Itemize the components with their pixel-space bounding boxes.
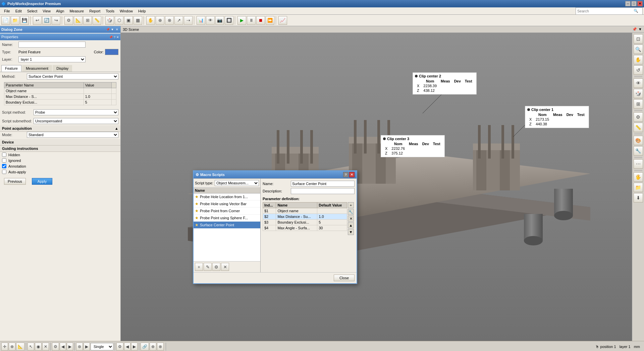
- rt-measure-btn[interactable]: 📏: [634, 123, 643, 132]
- bt-arrow-left-btn[interactable]: ◀: [124, 343, 130, 351]
- param-wrench-btn[interactable]: 🔧: [348, 209, 354, 215]
- rt-download-btn[interactable]: ⬇: [634, 193, 643, 202]
- script-item-surface-center[interactable]: ★ Surface Center Point: [194, 222, 260, 229]
- tb-arrow-button[interactable]: ↗: [174, 16, 183, 25]
- annotation-checkbox[interactable]: [2, 164, 6, 168]
- script-item-probe-hole-loc[interactable]: ★ Probe Hole Location from 1...: [194, 193, 260, 200]
- tb-play-button[interactable]: ▶: [237, 16, 246, 25]
- script-item-probe-point-sphere[interactable]: ★ Probe Point using Sphere F...: [194, 215, 260, 222]
- menu-help[interactable]: Help: [136, 8, 149, 14]
- menu-report[interactable]: Report: [87, 8, 103, 14]
- rt-filter-btn[interactable]: 🔧: [634, 146, 643, 156]
- tb-measure3-button[interactable]: 📊: [197, 16, 205, 25]
- menu-align[interactable]: Align: [53, 8, 67, 14]
- tb-pause-button[interactable]: ⏸: [247, 16, 256, 25]
- previous-button[interactable]: Previous: [4, 178, 26, 185]
- rt-3d-btn[interactable]: 🎲: [634, 89, 643, 98]
- tab-display[interactable]: Display: [53, 65, 72, 72]
- bt-probe2-btn[interactable]: ⊗: [157, 343, 164, 351]
- dz-close-btn[interactable]: ✕: [115, 28, 119, 31]
- param-add-btn[interactable]: +: [348, 202, 354, 208]
- script-config-btn[interactable]: ⚙: [212, 263, 220, 271]
- bt-play-btn[interactable]: ▶: [84, 343, 90, 351]
- bt-probe-btn[interactable]: ⊛: [76, 343, 83, 351]
- param-scrollbar[interactable]: [112, 82, 116, 88]
- bt-measure-btn[interactable]: 📐: [16, 343, 24, 351]
- bt-laser-btn[interactable]: ◉: [35, 343, 42, 351]
- name-input[interactable]: [18, 42, 86, 48]
- menu-window[interactable]: Window: [117, 8, 136, 14]
- tb-surface-button[interactable]: ▦: [133, 16, 142, 25]
- ignored-checkbox[interactable]: [2, 158, 6, 163]
- tb-camera-button[interactable]: 📷: [215, 16, 224, 25]
- search-input[interactable]: [576, 8, 633, 14]
- script-submethod-select[interactable]: Uncompensated: [34, 118, 118, 124]
- tb-scan-button[interactable]: 🔲: [225, 16, 233, 25]
- tb-view-button[interactable]: 👁: [206, 16, 215, 25]
- apply-button[interactable]: Apply: [32, 178, 53, 185]
- bt-mode-select[interactable]: Single Multiple Auto: [91, 343, 113, 350]
- bt-right-btn[interactable]: ▶: [67, 343, 73, 351]
- rt-more-btn[interactable]: ⋯: [634, 159, 643, 169]
- scene-pin-icon[interactable]: 📌: [632, 27, 637, 32]
- rt-hand-btn[interactable]: 🖐: [634, 172, 643, 182]
- bt-config-btn[interactable]: ⚙: [52, 343, 59, 351]
- bt-left-btn[interactable]: ◀: [60, 343, 66, 351]
- rt-grid-btn[interactable]: ⊞: [634, 99, 643, 109]
- tb-redo-button[interactable]: ↪: [52, 16, 60, 25]
- macro-desc-input[interactable]: [291, 188, 355, 194]
- tb-new-button[interactable]: 📄: [1, 16, 10, 25]
- tb-probe1-button[interactable]: ⊕: [156, 16, 164, 25]
- tb-arrow2-button[interactable]: ⇢: [184, 16, 193, 25]
- tb-stop-button[interactable]: ⏹: [256, 16, 265, 25]
- rt-view-btn[interactable]: 👁: [634, 78, 643, 88]
- macro-close-btn[interactable]: ✕: [349, 172, 355, 177]
- tb-save-button[interactable]: 💾: [20, 16, 29, 25]
- bt-target2-btn[interactable]: ⊕: [150, 343, 156, 351]
- menu-edit[interactable]: Edit: [13, 8, 24, 14]
- rt-zoom-in-btn[interactable]: 🔍: [634, 45, 643, 54]
- tab-measurement[interactable]: Measurement: [22, 65, 52, 72]
- mode-select[interactable]: Standard: [27, 132, 118, 138]
- script-edit-btn[interactable]: ✎: [204, 263, 212, 271]
- tab-feature[interactable]: Feature: [1, 65, 21, 72]
- rt-color-btn[interactable]: 🎨: [634, 136, 643, 145]
- maximize-button[interactable]: □: [631, 1, 637, 6]
- guiding-section[interactable]: Guiding instructions: [0, 145, 120, 152]
- param-down-btn[interactable]: ▼: [348, 229, 354, 235]
- color-swatch[interactable]: [105, 49, 118, 55]
- layer-select[interactable]: layer 1: [18, 56, 86, 62]
- props-close-btn[interactable]: ✕: [116, 36, 119, 39]
- menu-measure[interactable]: Measure: [67, 8, 87, 14]
- dz-arrow-btn[interactable]: ▼: [110, 28, 114, 31]
- param-up-btn[interactable]: ▲: [348, 222, 354, 228]
- tb-chart-button[interactable]: 📈: [278, 16, 287, 25]
- tb-settings-button[interactable]: ⚙: [64, 16, 73, 25]
- close-button[interactable]: ✕: [637, 1, 643, 6]
- tb-measure1-button[interactable]: 📐: [74, 16, 83, 25]
- rt-rotate-btn[interactable]: ↺: [634, 65, 643, 75]
- tb-measure2-button[interactable]: 📏: [93, 16, 101, 25]
- point-acquisition-section[interactable]: Point acquisition ▲: [0, 125, 120, 132]
- rt-settings-btn[interactable]: ⚙: [634, 112, 643, 122]
- tb-redo-undo-button[interactable]: 🔄: [42, 16, 51, 25]
- bt-arrow-right-btn[interactable]: ▶: [131, 343, 138, 351]
- bt-gear-btn[interactable]: ⚙: [116, 343, 123, 351]
- script-item-probe-point-corner[interactable]: ★ Probe Point from Corner: [194, 208, 260, 215]
- macro-close-button[interactable]: Close: [334, 275, 355, 281]
- macro-name-input[interactable]: [291, 181, 355, 187]
- tb-sphere-button[interactable]: ⬡: [115, 16, 123, 25]
- rt-folder-btn[interactable]: 📁: [634, 183, 643, 192]
- bt-link-btn[interactable]: 🔗: [141, 343, 149, 351]
- hidden-checkbox[interactable]: [2, 153, 6, 157]
- tb-forward-button[interactable]: ⏩: [266, 16, 274, 25]
- menu-select[interactable]: Select: [24, 8, 40, 14]
- scene-arrow-icon[interactable]: ▼: [638, 27, 642, 32]
- props-pin-btn[interactable]: 📌: [109, 36, 113, 39]
- tb-grid-button[interactable]: ⊞: [83, 16, 92, 25]
- script-method-select[interactable]: Probe: [34, 109, 118, 115]
- bt-remove-btn[interactable]: ✕: [42, 343, 49, 351]
- method-select[interactable]: Surface Center Point: [27, 73, 118, 79]
- script-type-select[interactable]: Object Measurem...: [215, 180, 259, 186]
- bt-target-btn[interactable]: ⊕: [9, 343, 15, 351]
